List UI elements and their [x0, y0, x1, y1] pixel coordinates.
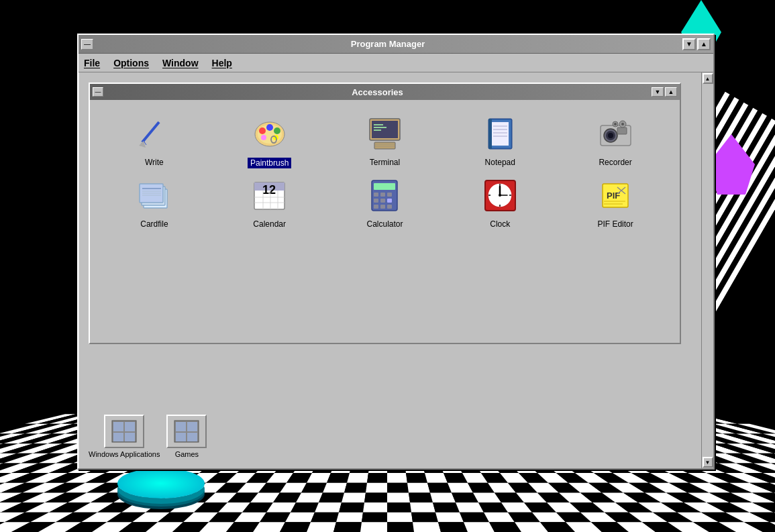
svg-rect-22 — [492, 122, 509, 146]
left-panel: — Accessories ▼ ▲ — [79, 72, 701, 468]
svg-rect-53 — [374, 183, 395, 190]
program-manager-title: Program Manager — [93, 39, 682, 49]
taskbar-group-windows-apps[interactable]: Windows Applications — [89, 415, 160, 458]
taskbar-games-label: Games — [175, 450, 199, 458]
recorder-icon-image — [595, 113, 635, 154]
calculator-label: Calculator — [366, 219, 403, 229]
icon-recorder[interactable]: Recorder — [561, 113, 670, 168]
svg-rect-84 — [176, 422, 186, 431]
scroll-up-button[interactable]: ▲ — [703, 73, 713, 84]
svg-rect-85 — [187, 422, 197, 431]
svg-line-0 — [142, 122, 159, 142]
svg-rect-55 — [380, 193, 385, 197]
icon-cardfile[interactable]: Cardfile — [100, 175, 209, 229]
svg-rect-87 — [187, 433, 197, 441]
cardfile-label: Cardfile — [140, 219, 168, 229]
icon-calendar[interactable]: 12 Calendar — [215, 175, 324, 229]
menu-file[interactable]: File — [84, 58, 100, 68]
svg-point-67 — [499, 194, 501, 197]
svg-rect-60 — [374, 205, 378, 209]
svg-text:PIF: PIF — [607, 191, 620, 201]
main-content: — Accessories ▼ ▲ — [79, 72, 713, 468]
svg-rect-79 — [113, 422, 123, 431]
svg-rect-59 — [387, 199, 392, 203]
acc-minimize-button[interactable]: ▼ — [652, 87, 664, 97]
terminal-label: Terminal — [370, 158, 400, 167]
notepad-label: Notepad — [485, 158, 515, 167]
clock-label: Clock — [490, 219, 510, 229]
icon-write[interactable]: Write — [100, 113, 209, 168]
svg-rect-57 — [374, 199, 378, 203]
icon-notepad[interactable]: Notepad — [446, 113, 554, 168]
menu-help[interactable]: Help — [212, 58, 232, 68]
pif-editor-label: PIF Editor — [597, 219, 633, 229]
svg-rect-81 — [113, 433, 123, 441]
accessories-title: Accessories — [103, 87, 652, 97]
maximize-button[interactable]: ▲ — [697, 38, 711, 50]
menu-window[interactable]: Window — [162, 58, 199, 68]
cardfile-icon-image — [134, 175, 174, 215]
paintbrush-label: Paintbrush — [248, 158, 291, 168]
calendar-icon-image: 12 — [250, 175, 290, 215]
svg-rect-14 — [374, 142, 395, 149]
icon-calculator[interactable]: Calculator — [331, 175, 440, 229]
program-manager-window: — Program Manager ▼ ▲ File Options Windo… — [77, 34, 715, 470]
svg-rect-13 — [372, 121, 398, 138]
terminal-icon-image — [364, 113, 405, 154]
svg-point-6 — [259, 127, 266, 134]
svg-point-8 — [274, 127, 280, 134]
pif-icon-image: PIF — [595, 175, 635, 215]
svg-rect-27 — [488, 119, 492, 149]
deco-teal-disk — [117, 468, 205, 498]
svg-text:12: 12 — [262, 183, 276, 197]
svg-rect-56 — [387, 193, 392, 197]
svg-point-34 — [621, 123, 624, 125]
svg-point-36 — [614, 123, 617, 125]
bottom-taskbar: Windows Applications Games — [89, 415, 207, 458]
write-label: Write — [145, 158, 164, 167]
icon-pif-editor[interactable]: PIF PIF Editor — [561, 175, 670, 229]
menu-options[interactable]: Options — [113, 58, 149, 68]
acc-maximize-button[interactable]: ▲ — [665, 87, 677, 97]
svg-rect-54 — [374, 193, 378, 197]
scroll-down-button[interactable]: ▼ — [703, 457, 713, 468]
svg-rect-80 — [125, 422, 135, 431]
menu-bar: File Options Window Help — [79, 54, 713, 72]
notepad-icon-image — [480, 113, 520, 154]
svg-point-7 — [266, 124, 273, 131]
svg-rect-58 — [380, 199, 385, 203]
calculator-icon-image — [364, 175, 405, 215]
write-icon-image — [134, 113, 174, 154]
calendar-label: Calendar — [253, 219, 286, 229]
svg-rect-62 — [387, 205, 392, 209]
icon-terminal[interactable]: Terminal — [331, 113, 440, 168]
title-bar: — Program Manager ▼ ▲ — [79, 35, 713, 54]
accessories-window: — Accessories ▼ ▲ — [89, 83, 681, 344]
paintbrush-icon-image — [250, 113, 290, 154]
svg-rect-82 — [125, 433, 135, 441]
minimize-button[interactable]: ▼ — [682, 38, 696, 50]
svg-rect-32 — [617, 127, 627, 134]
accessories-title-bar: — Accessories ▼ ▲ — [90, 84, 680, 100]
icon-paintbrush[interactable]: Paintbrush — [215, 113, 324, 168]
system-menu-button[interactable]: — — [81, 39, 93, 50]
recorder-label: Recorder — [599, 158, 631, 167]
icons-grid: Write — [90, 100, 680, 242]
svg-point-10 — [261, 135, 266, 140]
svg-point-31 — [608, 133, 613, 138]
svg-rect-86 — [176, 433, 186, 441]
taskbar-icon-games[interactable] — [166, 415, 207, 448]
svg-rect-61 — [380, 205, 385, 209]
acc-system-button[interactable]: — — [93, 87, 103, 97]
right-scrollbar: ▲ ▼ — [701, 72, 713, 468]
icon-clock[interactable]: Clock — [446, 175, 554, 229]
taskbar-group-games[interactable]: Games — [166, 415, 207, 458]
clock-icon-image — [480, 175, 520, 215]
taskbar-icon-windows-apps[interactable] — [104, 415, 144, 448]
taskbar-windows-apps-label: Windows Applications — [89, 450, 160, 458]
